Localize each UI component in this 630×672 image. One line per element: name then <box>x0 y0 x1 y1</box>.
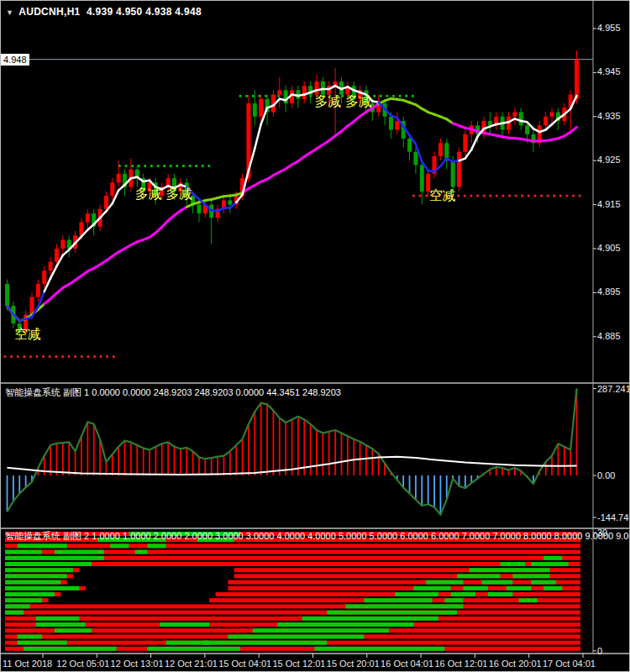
trend-stripe-green <box>5 574 67 578</box>
trend-stripe-green <box>512 574 549 578</box>
candle-up <box>36 284 40 297</box>
candle-down <box>451 160 455 186</box>
trend-stripe-green <box>413 586 450 591</box>
sub1-axis-label: 287.2416 <box>597 384 630 394</box>
trend-stripe-green <box>519 598 538 602</box>
trend-stripe-red <box>5 611 580 615</box>
trend-stripe-green <box>24 647 117 651</box>
ma-fast-line <box>63 249 69 255</box>
candle-up <box>49 262 53 270</box>
candle-up <box>42 270 46 284</box>
trend-stripe-red <box>5 617 580 621</box>
candle-down <box>413 152 417 165</box>
candle-down <box>519 113 523 126</box>
candle-up <box>60 240 65 249</box>
trend-stripe-green <box>160 622 209 627</box>
sub2-axis-label: 30 <box>597 528 607 538</box>
candle-up <box>550 113 554 117</box>
signal-annotation-text: 空减 <box>429 188 456 202</box>
ma-slow-line <box>155 227 161 233</box>
candle-up <box>315 81 319 95</box>
ohlc-readout: 4.939 4.950 4.938 4.948 <box>87 6 202 18</box>
trend-stripe-green <box>481 580 512 585</box>
candle-down <box>321 81 325 95</box>
candle-down <box>228 200 232 204</box>
candle-up <box>277 90 281 94</box>
time-axis-label: 16 Oct 12:01 <box>434 659 487 669</box>
ma-fast-line <box>447 159 453 162</box>
candle-down <box>5 284 9 306</box>
time-axis-label: 12 Oct 13:01 <box>111 659 164 669</box>
trend-stripe-green <box>36 622 86 627</box>
price-axis-label: 4.885 <box>597 331 621 341</box>
candle-up <box>575 60 579 99</box>
trend-stripe-green <box>253 628 389 633</box>
candle-up <box>259 99 263 117</box>
candle-up <box>438 143 443 156</box>
time-axis-label: 16 Oct 04:01 <box>381 659 433 669</box>
candle-up <box>55 249 59 262</box>
candle-up <box>117 174 121 182</box>
trend-stripe-green <box>543 586 562 591</box>
ma-fast-line <box>255 124 260 149</box>
price-axis-label: 4.895 <box>597 286 621 297</box>
candle-down <box>407 139 412 152</box>
trend-stripe-green <box>5 604 29 608</box>
candle-down <box>420 165 424 191</box>
signal-annotation-text: 多减 多减 <box>315 94 372 108</box>
ma-fast-line <box>218 208 223 212</box>
ma-slow-line <box>570 127 576 132</box>
price-axis-label: 4.915 <box>597 199 621 209</box>
trend-stripe-green <box>315 647 445 651</box>
trend-stripe-green <box>5 568 73 572</box>
trend-stripe-green <box>543 556 562 560</box>
trend-stripe-green <box>5 611 24 615</box>
trend-stripe-green <box>463 586 487 591</box>
trend-stripe-green <box>166 641 210 645</box>
trend-stripe-green <box>457 574 501 578</box>
signal-annotation-text: 多减 多减 <box>135 186 192 201</box>
candle-up <box>457 152 461 187</box>
time-axis-label: 12 Oct 21:01 <box>165 659 218 669</box>
trend-stripe-green <box>135 550 148 554</box>
trend-stripe-green <box>395 592 438 596</box>
current-price-tag: 4.948 <box>1 54 29 66</box>
candle-down <box>253 103 257 117</box>
ma-fast-line <box>552 118 558 124</box>
trend-stripe-green <box>55 628 92 633</box>
trend-stripe-green <box>148 647 241 651</box>
trend-stripe-green <box>488 592 512 596</box>
trend-stripe-green <box>203 641 327 645</box>
price-axis-label: 4.935 <box>597 111 621 121</box>
trend-stripe-green <box>5 562 92 566</box>
chart-canvas[interactable]: 多减 多减多减 多减空减空减 <box>1 1 629 671</box>
trend-stripe-green <box>5 580 60 585</box>
trend-stripe-green <box>302 617 438 621</box>
ma-fast-line <box>87 224 93 230</box>
trend-stripe-red <box>5 604 580 608</box>
ma-fast-line <box>440 159 446 166</box>
symbol-dropdown-icon[interactable]: ▼ <box>6 8 13 17</box>
trend-stripe-green <box>18 543 67 548</box>
candle-up <box>104 196 108 209</box>
trend-stripe-green <box>531 562 568 566</box>
trend-stripe-green <box>501 562 525 566</box>
trend-stripe-green <box>228 634 364 638</box>
trend-stripe-green <box>55 550 104 554</box>
trend-stripe-green <box>5 556 104 560</box>
time-axis-label: 15 Oct 04:01 <box>218 659 271 669</box>
ma-slow-line <box>162 221 168 228</box>
trend-stripe-green <box>507 586 531 591</box>
trend-stripe-red <box>5 543 580 548</box>
candle-down <box>284 90 288 103</box>
ma-fast-line <box>118 185 124 191</box>
time-axis-label: 12 Oct 05:01 <box>56 659 109 669</box>
trend-stripe-green <box>110 543 129 548</box>
trend-stripe-green <box>5 592 55 596</box>
chart-title-bar: ▼AUDCNH,H1 4.939 4.950 4.938 4.948 <box>6 6 202 18</box>
trend-stripe-green <box>277 622 413 627</box>
sub1-axis-label: -144.7493 <box>597 512 630 522</box>
signal-annotation-text: 空减 <box>14 327 41 341</box>
time-axis-label: 15 Oct 12:01 <box>273 659 326 669</box>
ma-fast-line <box>471 136 477 150</box>
